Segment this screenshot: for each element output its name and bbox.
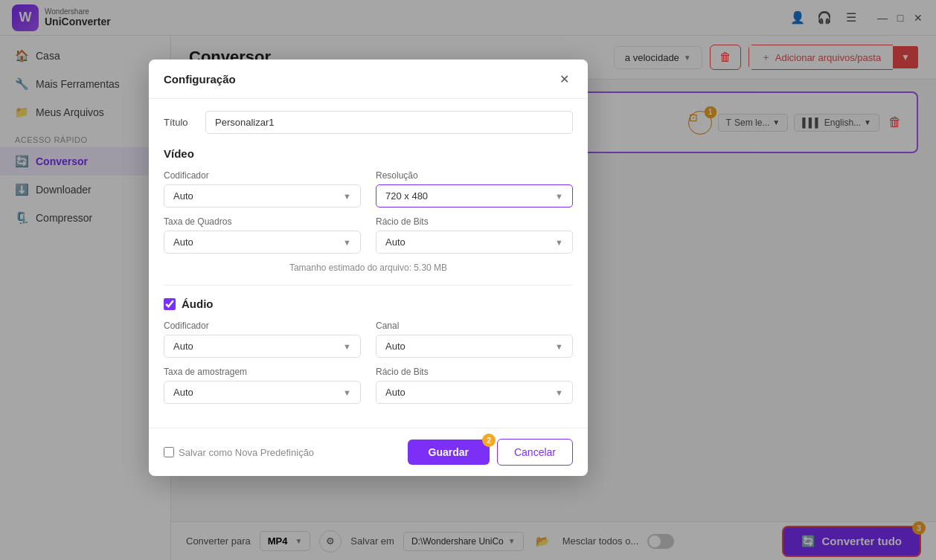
- step-badge-2: 2: [482, 434, 496, 447]
- sample-rate-value: Auto: [173, 387, 193, 398]
- encoder-label: Codificador: [164, 170, 361, 181]
- audio-encoder-label: Codificador: [164, 321, 361, 331]
- channel-chevron: ▼: [555, 342, 563, 351]
- channel-select[interactable]: Auto ▼: [376, 335, 573, 358]
- frame-rate-label: Taxa de Quadros: [164, 216, 361, 227]
- save-preset-row: Salvar como Nova Predefinição: [164, 447, 314, 458]
- frame-rate-select[interactable]: Auto ▼: [164, 231, 361, 254]
- audio-encoder-select[interactable]: Auto ▼: [164, 335, 361, 358]
- audio-bitrate-field: Rácio de Bits Auto ▼: [376, 367, 573, 404]
- resolution-field: Resolução 720 x 480 ▼: [376, 170, 573, 207]
- video-bitrate-chevron: ▼: [555, 238, 563, 247]
- save-preset-checkbox[interactable]: [164, 447, 174, 457]
- audio-encoder-value: Auto: [173, 341, 193, 352]
- modal-close-button[interactable]: ✕: [555, 70, 573, 88]
- video-bitrate-field: Rácio de Bits Auto ▼: [376, 216, 573, 254]
- audio-section-header: Áudio: [164, 297, 573, 310]
- video-bitrate-select[interactable]: Auto ▼: [376, 231, 573, 254]
- guardar-button[interactable]: Guardar 2: [408, 440, 490, 465]
- sample-rate-chevron: ▼: [343, 388, 351, 397]
- resolution-label: Resolução: [376, 170, 573, 181]
- video-section-heading: Vídeo: [164, 147, 573, 160]
- frame-rate-value: Auto: [173, 236, 193, 248]
- cancelar-label: Cancelar: [514, 446, 556, 458]
- modal-header: Configuração ✕: [149, 59, 588, 99]
- audio-encoder-field: Codificador Auto ▼: [164, 321, 361, 358]
- audio-settings-grid: Codificador Auto ▼ Canal Auto ▼ Ta: [164, 321, 573, 404]
- cancelar-button[interactable]: Cancelar: [497, 439, 573, 466]
- audio-bitrate-label: Rácio de Bits: [376, 367, 573, 377]
- file-size-estimate: Tamanho estimado do arquivo: 5.30 MB: [164, 263, 573, 273]
- resolution-chevron: ▼: [555, 192, 563, 201]
- footer-buttons: Guardar 2 Cancelar: [408, 439, 574, 466]
- audio-bitrate-select[interactable]: Auto ▼: [376, 381, 573, 404]
- resolution-value: 720 x 480: [385, 190, 428, 202]
- modal-title: Configuração: [164, 73, 236, 86]
- resolution-select[interactable]: 720 x 480 ▼: [376, 184, 573, 207]
- audio-bitrate-chevron: ▼: [555, 388, 563, 397]
- sample-rate-select[interactable]: Auto ▼: [164, 381, 361, 404]
- modal-body: Título Vídeo Codificador Auto ▼ Resoluçã…: [149, 99, 588, 428]
- encoder-chevron: ▼: [343, 192, 351, 201]
- encoder-field: Codificador Auto ▼: [164, 170, 361, 207]
- sample-rate-label: Taxa de amostragem: [164, 367, 361, 377]
- title-field-label: Título: [164, 117, 193, 128]
- audio-checkbox[interactable]: [164, 298, 176, 310]
- channel-label: Canal: [376, 321, 573, 331]
- frame-rate-field: Taxa de Quadros Auto ▼: [164, 216, 361, 254]
- sample-rate-field: Taxa de amostragem Auto ▼: [164, 367, 361, 404]
- configuracao-modal: Configuração ✕ Título Vídeo Codificador …: [149, 59, 588, 476]
- frame-rate-chevron: ▼: [343, 238, 351, 247]
- title-field-input[interactable]: [205, 111, 573, 134]
- title-row: Título: [164, 111, 573, 134]
- video-bitrate-label: Rácio de Bits: [376, 216, 573, 227]
- modal-footer: Salvar como Nova Predefinição Guardar 2 …: [149, 428, 588, 476]
- audio-bitrate-value: Auto: [385, 387, 406, 398]
- encoder-select[interactable]: Auto ▼: [164, 184, 361, 207]
- section-divider: [164, 285, 573, 286]
- video-bitrate-value: Auto: [385, 236, 406, 248]
- audio-section-heading: Áudio: [182, 297, 214, 310]
- guardar-label: Guardar: [429, 446, 469, 458]
- save-preset-label: Salvar como Nova Predefinição: [179, 447, 314, 458]
- audio-encoder-chevron: ▼: [343, 342, 351, 351]
- channel-field: Canal Auto ▼: [376, 321, 573, 358]
- channel-value: Auto: [385, 341, 406, 352]
- encoder-value: Auto: [173, 190, 193, 202]
- modal-overlay: Configuração ✕ Título Vídeo Codificador …: [0, 0, 936, 560]
- video-settings-grid: Codificador Auto ▼ Resolução 720 x 480 ▼: [164, 170, 573, 254]
